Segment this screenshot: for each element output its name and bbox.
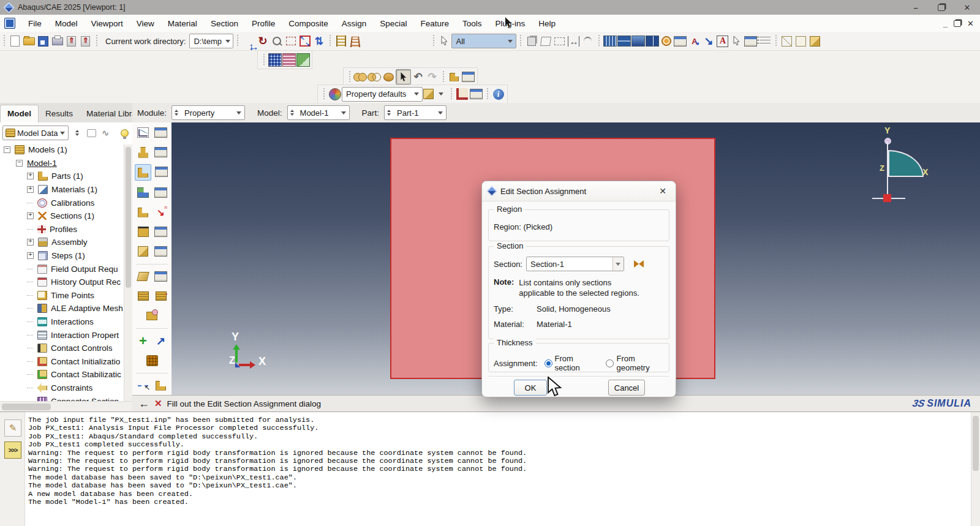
compass-origin-square[interactable] [883,194,891,202]
submit-job-button-1[interactable] [64,34,78,48]
tree-item-contact-controls[interactable]: Contact Controls [0,342,132,355]
collapse-icon[interactable] [16,160,23,167]
section-manager-button[interactable] [153,145,168,160]
message-log[interactable]: The job input file "PX_test1.inp" has be… [28,416,970,506]
toolbar-handle[interactable] [235,35,239,47]
copy-viewport-button[interactable] [524,34,538,48]
filled-render-button[interactable] [645,34,659,48]
toolbar-handle[interactable] [262,54,266,66]
pick-tool-button-active[interactable] [396,69,411,85]
kernel-cli-tab[interactable] [4,441,21,459]
tree-item-contact-stabilizations[interactable]: Contact Stabilizatic [0,368,132,381]
cancel-button[interactable]: Cancel [608,380,645,396]
prompt-cancel-icon[interactable] [154,398,162,409]
shell-manager-button[interactable] [153,269,168,284]
toolbar-handle[interactable] [518,35,522,47]
mdi-close-button[interactable] [967,19,974,28]
shaded-render-button[interactable] [631,34,645,48]
tree-item-profiles[interactable]: Profiles [0,223,132,236]
menu-help[interactable]: Help [532,17,562,31]
tree-item-history-output[interactable]: History Output Rec [0,276,132,289]
edit-layup-button[interactable] [135,288,151,304]
tree-item-calibrations[interactable]: Calibrations [0,196,132,209]
assign-section-button[interactable] [135,164,151,181]
menu-composite[interactable]: Composite [282,17,335,31]
mdi-minimize-button[interactable] [943,19,948,28]
tree-item-steps[interactable]: Steps (1) [0,249,132,263]
tree-scope-combo[interactable]: Model Data [2,126,69,140]
probe-annotation-button[interactable] [687,34,701,48]
color-code-palette-button[interactable] [328,87,342,101]
save-button[interactable] [36,34,50,48]
menu-file[interactable]: File [21,17,48,31]
dimension-tool-button[interactable] [567,34,581,48]
radio-from-geometry[interactable]: From geometry [606,354,669,372]
ok-button[interactable]: OK [514,380,547,396]
toolbar-handle[interactable] [441,71,445,83]
tree-vertical-scrollbar[interactable] [124,145,132,401]
toolbar-handle[interactable] [347,71,352,83]
box-zoom-button[interactable] [284,34,298,48]
expand-icon[interactable] [27,252,34,259]
spinner-icon[interactable] [290,110,294,116]
tree-item-materials[interactable]: Materials (1) [0,183,132,197]
mdi-child-icon[interactable] [4,18,15,29]
tree-horizontal-scrollbar[interactable] [0,401,133,412]
minimize-button[interactable] [903,0,929,15]
section-combo[interactable]: Section-1 [526,257,624,271]
menu-model[interactable]: Model [48,17,85,31]
tree-frame-icon[interactable] [86,127,97,138]
tree-item-constraints[interactable]: Constraints [0,381,132,395]
ladder-tool-button-1[interactable] [334,34,348,48]
section-assignment-manager-button[interactable] [154,164,169,179]
query-part-button[interactable] [447,70,461,84]
assign-rebar-button[interactable] [145,308,160,323]
text-annotation-button[interactable] [715,34,729,48]
ladder-tool-button-2[interactable] [348,34,362,48]
boxes-display-button-green[interactable] [296,53,310,67]
query-manager-button[interactable] [461,70,475,84]
redo-button[interactable] [425,70,439,84]
solid-manager-button[interactable] [153,244,168,259]
tab-results[interactable]: Results [39,105,80,122]
toolbar-handle[interactable] [431,35,435,47]
expand-icon[interactable] [27,239,34,246]
assign-beam-orientation-button[interactable] [135,205,151,220]
skin-manager-button[interactable] [153,224,168,239]
scrollbar-thumb[interactable] [126,147,131,288]
work-directory-combo[interactable]: D:\temp [189,34,233,48]
toolbar-handle[interactable] [2,35,6,47]
dialog-close-button[interactable] [656,184,669,198]
tree-item-field-output[interactable]: Field Output Requ [0,262,132,276]
menu-material[interactable]: Material [161,17,204,31]
radio-unselected-icon[interactable] [606,359,614,367]
open-button[interactable] [22,34,36,48]
rectangle-select-button[interactable] [552,34,567,48]
tree-item-ale-adaptive-mesh[interactable]: ALE Adaptive Mesh [0,302,132,315]
edit-annotation-button[interactable] [729,34,744,48]
collapse-icon[interactable] [4,146,10,153]
rotate-view-button[interactable] [255,34,270,48]
scrollbar-thumb[interactable] [2,404,51,410]
hidden-line-render-button[interactable] [617,34,631,48]
partition-waffle-button[interactable] [145,353,160,368]
solid-cube-button[interactable] [808,34,822,48]
tree-item-interactions[interactable]: Interactions [0,315,132,329]
print-button[interactable] [50,34,64,48]
create-skin-button[interactable] [135,224,151,239]
menu-tools[interactable]: Tools [456,17,489,31]
message-scrollbar[interactable] [971,412,980,526]
expand-icon[interactable] [27,173,34,179]
expand-icon[interactable] [27,186,34,193]
menu-viewport[interactable]: Viewport [85,17,130,31]
single-group-button[interactable] [382,70,396,84]
display-group-create-button[interactable] [455,87,469,101]
close-button[interactable] [954,0,980,15]
wireframe-render-button[interactable] [603,34,617,48]
display-manager-button[interactable] [673,34,687,48]
toolbar-handle[interactable] [597,35,601,47]
restore-button[interactable] [929,0,954,15]
building-display-button-pink[interactable] [282,53,296,67]
message-area-tab[interactable] [4,419,21,437]
model-combo[interactable]: Model-1 [287,105,350,120]
